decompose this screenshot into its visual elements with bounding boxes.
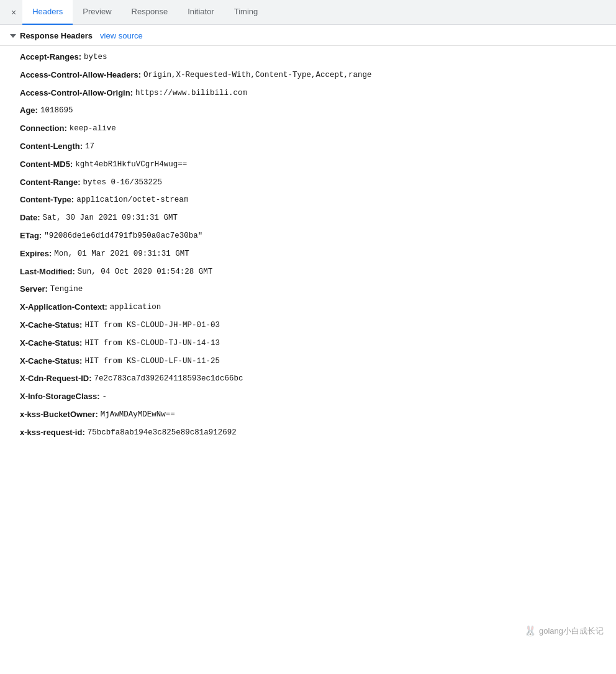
tab-response[interactable]: Response [122, 0, 178, 25]
tab-initiator[interactable]: Initiator [178, 0, 224, 25]
header-value: Origin,X-Requested-With,Content-Type,Acc… [143, 69, 372, 82]
header-name: Content-MD5: [20, 158, 73, 171]
header-name: Connection: [20, 122, 67, 135]
watermark-text: golang小白成长记 [539, 626, 604, 637]
tab-bar: × Headers Preview Response Initiator Tim… [0, 0, 616, 25]
content-area: Response Headers view source Accept-Rang… [0, 25, 616, 444]
header-name: ETag: [20, 230, 42, 243]
header-row: Accept-Ranges: bytes [0, 48, 616, 66]
header-row: Age: 1018695 [0, 102, 616, 120]
header-value: HIT from KS-CLOUD-LF-UN-11-25 [84, 355, 220, 368]
header-row: Expires: Mon, 01 Mar 2021 09:31:31 GMT [0, 245, 616, 263]
header-row: Date: Sat, 30 Jan 2021 09:31:31 GMT [0, 209, 616, 227]
header-name: Access-Control-Allow-Origin: [20, 87, 133, 100]
watermark: 🐰 golang小白成长记 [524, 625, 604, 637]
section-header: Response Headers view source [0, 25, 616, 46]
header-row: Last-Modified: Sun, 04 Oct 2020 01:54:28… [0, 263, 616, 281]
header-name: Age: [20, 104, 38, 117]
watermark-icon: 🐰 [524, 625, 537, 637]
header-value: Tengine [50, 283, 83, 296]
header-value: HIT from KS-CLOUD-TJ-UN-14-13 [84, 337, 220, 350]
header-value: 17 [85, 140, 94, 153]
header-name: X-Application-Context: [20, 301, 107, 314]
header-value: HIT from KS-CLOUD-JH-MP-01-03 [84, 319, 220, 332]
header-value: application [110, 301, 161, 314]
header-value: MjAwMDAyMDEwNw== [101, 408, 175, 421]
header-name: X-Cache-Status: [20, 355, 82, 368]
header-name: X-Cdn-Request-ID: [20, 372, 92, 385]
header-name: Expires: [20, 248, 52, 261]
header-value: Mon, 01 Mar 2021 09:31:31 GMT [54, 248, 189, 261]
header-row: Access-Control-Allow-Origin: https://www… [0, 84, 616, 102]
header-value: "92086de1e6d1d4791fb950a0ac7e30ba" [44, 230, 202, 243]
header-row: X-Application-Context: application [0, 299, 616, 317]
header-row: Content-MD5: kght4ebR1HkfuVCgrH4wug== [0, 156, 616, 174]
header-value: application/octet-stream [76, 194, 188, 207]
header-value: bytes 0-16/353225 [83, 176, 163, 189]
header-value: - [102, 390, 107, 403]
header-name: Server: [20, 283, 48, 296]
header-value: 7e2c783ca7d392624118593ec1dc66bc [94, 372, 243, 385]
header-row: Connection: keep-alive [0, 120, 616, 138]
header-value: bytes [84, 51, 107, 64]
header-value: Sat, 30 Jan 2021 09:31:31 GMT [43, 212, 178, 225]
header-row: X-Cache-Status: HIT from KS-CLOUD-TJ-UN-… [0, 335, 616, 353]
header-name: Content-Length: [20, 140, 83, 153]
header-value: Sun, 04 Oct 2020 01:54:28 GMT [78, 266, 213, 279]
header-row: Content-Type: application/octet-stream [0, 191, 616, 209]
header-name: X-Cache-Status: [20, 319, 82, 332]
header-name: X-Cache-Status: [20, 337, 82, 350]
header-row: ETag: "92086de1e6d1d4791fb950a0ac7e30ba" [0, 227, 616, 245]
tab-preview[interactable]: Preview [73, 0, 121, 25]
header-name: x-kss-request-id: [20, 426, 85, 439]
header-row: Content-Length: 17 [0, 138, 616, 156]
header-value: kght4ebR1HkfuVCgrH4wug== [75, 158, 187, 171]
tab-timing[interactable]: Timing [224, 0, 268, 25]
header-row: X-Cache-Status: HIT from KS-CLOUD-LF-UN-… [0, 353, 616, 371]
header-row: Access-Control-Allow-Headers: Origin,X-R… [0, 66, 616, 84]
header-name: Content-Type: [20, 194, 74, 207]
header-name: Access-Control-Allow-Headers: [20, 69, 141, 82]
header-name: X-Info-StorageClass: [20, 390, 100, 403]
header-row: X-Cdn-Request-ID: 7e2c783ca7d39262411859… [0, 370, 616, 388]
header-row: x-kss-BucketOwner: MjAwMDAyMDEwNw== [0, 406, 616, 424]
headers-list: Accept-Ranges: bytesAccess-Control-Allow… [0, 46, 616, 444]
header-name: x-kss-BucketOwner: [20, 408, 98, 421]
header-row: X-Cache-Status: HIT from KS-CLOUD-JH-MP-… [0, 317, 616, 335]
header-name: Date: [20, 212, 40, 225]
header-value: keep-alive [70, 122, 116, 135]
header-name: Content-Range: [20, 176, 81, 189]
header-value: 1018695 [40, 104, 73, 117]
view-source-link[interactable]: view source [100, 31, 143, 40]
header-row: Server: Tengine [0, 281, 616, 299]
header-name: Last-Modified: [20, 266, 75, 279]
header-name: Accept-Ranges: [20, 51, 81, 64]
header-value: https://www.bilibili.com [135, 87, 247, 100]
header-row: x-kss-request-id: 75bcbfa8ab194e3c825e89… [0, 424, 616, 442]
section-title: Response Headers [10, 31, 93, 40]
collapse-triangle-icon [10, 34, 16, 38]
tab-headers[interactable]: Headers [22, 0, 73, 25]
header-row: X-Info-StorageClass: - [0, 388, 616, 406]
close-button[interactable]: × [5, 2, 22, 22]
header-value: 75bcbfa8ab194e3c825e89c81a912692 [88, 426, 237, 439]
header-row: Content-Range: bytes 0-16/353225 [0, 174, 616, 192]
